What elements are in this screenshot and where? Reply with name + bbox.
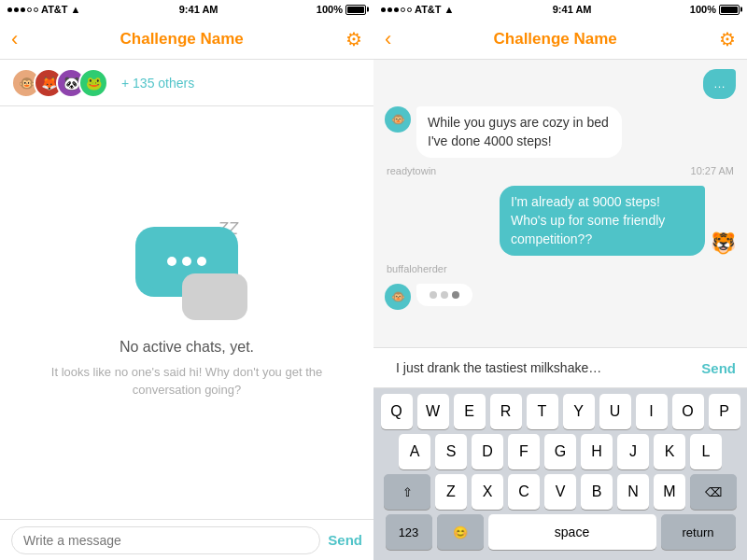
msg-bubble-sent-1: I'm already at 9000 steps! Who's up for … (500, 186, 705, 256)
keyboard-row-4: 123 😊 space return (377, 514, 743, 550)
back-button-left[interactable]: ‹ (11, 27, 18, 51)
challenge-title-right: Challenge Name (494, 30, 617, 49)
send-button-left[interactable]: Send (328, 532, 362, 548)
send-button-right[interactable]: Send (701, 360, 736, 376)
time-label-left: 9:41 AM (179, 4, 218, 15)
msg-avatar-typing: 🐵 (385, 284, 411, 310)
typing-dot-3 (452, 291, 459, 299)
key-Z[interactable]: Z (435, 474, 467, 510)
header-right: ‹ Challenge Name ⚙ (374, 19, 747, 60)
msg-time-1027: 10:27 AM (691, 165, 734, 176)
battery-percent-right: 100% (690, 4, 716, 15)
key-U[interactable]: U (599, 394, 631, 429)
carrier-label-right: AT&T (415, 4, 442, 15)
key-M[interactable]: M (654, 474, 685, 510)
key-delete[interactable]: ⌫ (690, 474, 737, 510)
key-G[interactable]: G (544, 434, 576, 469)
keyboard: Q W E R T Y U I O P A S D F G H J K L ⇧ … (374, 388, 747, 560)
key-L[interactable]: L (690, 434, 722, 469)
dot2 (14, 7, 19, 12)
key-space[interactable]: space (488, 514, 656, 550)
empty-chat-title: No active chats, yet. (120, 339, 254, 356)
settings-button-right[interactable]: ⚙ (719, 28, 736, 50)
key-R[interactable]: R (490, 394, 522, 429)
keyboard-row-3: ⇧ Z X C V B N M ⌫ (377, 474, 743, 510)
keyboard-row-1: Q W E R T Y U I O P (377, 394, 743, 429)
key-I[interactable]: I (636, 394, 668, 429)
avatar-4: 🐸 (78, 68, 108, 98)
message-input-bar-right: Send (374, 347, 747, 388)
key-B[interactable]: B (581, 474, 613, 510)
key-K[interactable]: K (654, 434, 685, 469)
message-row-sent-1: 🐯 I'm already at 9000 steps! Who's up fo… (385, 186, 736, 256)
key-C[interactable]: C (508, 474, 540, 510)
dot3 (21, 7, 25, 12)
bubble-tail (143, 278, 154, 289)
typing-dot-2 (441, 291, 448, 299)
rdot3 (394, 7, 399, 12)
key-V[interactable]: V (544, 474, 576, 510)
key-F[interactable]: F (508, 434, 540, 469)
key-P[interactable]: P (709, 394, 740, 429)
key-H[interactable]: H (581, 434, 613, 469)
key-shift[interactable]: ⇧ (384, 474, 430, 510)
msg-avatar-1: 🐵 (385, 106, 411, 133)
typing-bubble (416, 284, 472, 306)
rdot5 (407, 7, 412, 12)
rdot4 (401, 7, 405, 12)
key-D[interactable]: D (472, 434, 503, 469)
status-bar-right: AT&T ▲ 9:41 AM 100% (374, 0, 747, 19)
msg-bubble-top-sent: … (703, 69, 736, 99)
back-button-right[interactable]: ‹ (385, 27, 391, 51)
bubble-dot-2 (182, 257, 191, 266)
bubble-secondary (182, 273, 247, 320)
msg-meta-row-2: buffaloherder (385, 263, 736, 276)
key-Q[interactable]: Q (381, 394, 413, 429)
settings-button-left[interactable]: ⚙ (345, 28, 362, 50)
key-Y[interactable]: Y (563, 394, 595, 429)
key-A[interactable]: A (399, 434, 430, 469)
msg-meta-row-1: readytowin 10:27 AM (385, 165, 736, 178)
empty-chat-subtitle: It looks like no one's said hi! Why don'… (19, 363, 355, 399)
carrier-label: AT&T (41, 4, 68, 15)
battery-fill-right (721, 7, 738, 13)
participants-bar: 🐵 🦊 🐼 🐸 + 135 others (0, 60, 374, 106)
key-E[interactable]: E (454, 394, 486, 429)
dot1 (7, 7, 12, 12)
key-123[interactable]: 123 (386, 514, 432, 550)
message-input-bar-left: Send (0, 519, 374, 560)
battery-fill-left (347, 7, 364, 13)
battery-icon-left (345, 5, 366, 15)
bubble-dot-1 (167, 257, 176, 266)
key-W[interactable]: W (417, 394, 449, 429)
key-return[interactable]: return (661, 514, 736, 550)
msg-bubble-received-1: While you guys are cozy in bed I've done… (416, 106, 622, 158)
dot4 (27, 7, 32, 12)
key-T[interactable]: T (527, 394, 558, 429)
bubble-dot-3 (197, 257, 206, 266)
rdot2 (388, 7, 392, 12)
status-bar-left: AT&T ▲ 9:41 AM 100% (0, 0, 374, 19)
message-input-left[interactable] (11, 526, 320, 554)
key-N[interactable]: N (617, 474, 649, 510)
key-X[interactable]: X (472, 474, 503, 510)
message-input-right[interactable] (385, 354, 694, 382)
message-row-received-1: 🐵 While you guys are cozy in bed I've do… (385, 106, 736, 158)
typing-dot-1 (430, 291, 437, 299)
battery-icon-right (719, 5, 740, 15)
empty-chat-area: ZZ No active chats, yet. It looks like n… (0, 106, 374, 519)
wifi-icon-right: ▲ (444, 4, 455, 15)
key-J[interactable]: J (617, 434, 649, 469)
header-left: ‹ Challenge Name ⚙ (0, 19, 374, 60)
chat-illustration: ZZ (126, 227, 247, 320)
status-left-right: AT&T ▲ (381, 4, 454, 15)
key-emoji[interactable]: 😊 (437, 514, 484, 550)
left-panel: AT&T ▲ 9:41 AM 100% ‹ Challenge Name ⚙ 🐵… (0, 0, 374, 560)
avatar-group: 🐵 🦊 🐼 🐸 (11, 68, 101, 98)
message-row-typing: 🐵 (385, 284, 736, 310)
rdot1 (381, 7, 386, 12)
battery-area-left: 100% (317, 4, 366, 15)
key-O[interactable]: O (672, 394, 704, 429)
key-S[interactable]: S (435, 434, 467, 469)
participants-count[interactable]: + 135 others (121, 76, 194, 91)
